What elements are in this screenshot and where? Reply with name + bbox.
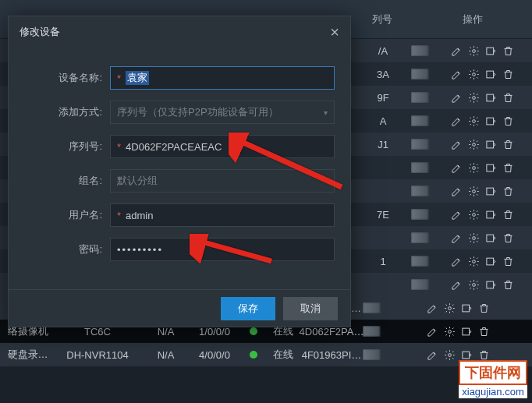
gear-icon[interactable]: [468, 232, 480, 244]
gear-icon[interactable]: [444, 326, 456, 338]
delete-icon[interactable]: [502, 115, 514, 127]
export-icon[interactable]: [485, 92, 497, 104]
svg-rect-7: [487, 118, 494, 125]
delete-icon[interactable]: [478, 302, 490, 314]
label-device-name: 设备名称:: [16, 71, 110, 85]
cell-serial: 1: [355, 256, 411, 267]
blurred-text: [363, 349, 380, 360]
blurred-text: [411, 232, 428, 243]
svg-point-6: [473, 119, 476, 122]
cell-model: DH-NVR1104: [51, 349, 144, 361]
gear-icon[interactable]: [468, 139, 480, 150]
edit-icon[interactable]: [451, 139, 463, 150]
delete-icon[interactable]: [502, 139, 514, 150]
delete-icon[interactable]: [502, 162, 514, 174]
blurred-text: [411, 162, 428, 173]
export-icon[interactable]: [485, 232, 497, 244]
edit-icon[interactable]: [451, 162, 463, 174]
gear-icon[interactable]: [468, 69, 480, 80]
cell-serial: 4F01963PI…: [300, 349, 363, 361]
svg-point-8: [473, 143, 476, 146]
add-method-select[interactable]: 序列号（仅支持P2P功能设备可用）▾: [110, 101, 335, 124]
delete-icon[interactable]: [502, 186, 514, 197]
svg-point-0: [473, 49, 476, 52]
table-row[interactable]: 硬盘录…DH-NVR1104N/A4/0/0/0在线4F01963PI…: [0, 343, 532, 366]
label-pwd: 密码:: [16, 242, 110, 256]
edit-device-dialog: 修改设备 × 设备名称: *袁家 添加方式: 序列号（仅支持P2P功能设备可用）…: [8, 16, 351, 327]
edit-icon[interactable]: [451, 232, 463, 244]
watermark: 下固件网 xiagujian.com: [459, 360, 527, 398]
username-input[interactable]: *admin: [110, 203, 335, 227]
export-icon[interactable]: [461, 326, 473, 338]
edit-icon[interactable]: [451, 69, 463, 80]
export-icon[interactable]: [485, 162, 497, 174]
edit-icon[interactable]: [451, 256, 463, 267]
svg-point-16: [473, 236, 476, 239]
edit-icon[interactable]: [427, 302, 438, 314]
status-dot: [250, 327, 257, 335]
export-icon[interactable]: [485, 279, 497, 291]
device-name-input[interactable]: *袁家: [110, 66, 335, 90]
edit-icon[interactable]: [451, 279, 463, 291]
gear-icon[interactable]: [444, 302, 456, 314]
cell-na: N/A: [144, 349, 187, 361]
gear-icon[interactable]: [468, 162, 480, 174]
gear-icon[interactable]: [468, 279, 480, 291]
dialog-titlebar: 修改设备 ×: [9, 16, 350, 48]
delete-icon[interactable]: [502, 279, 514, 291]
cell-status: 在线: [265, 348, 300, 362]
export-icon[interactable]: [485, 115, 497, 127]
group-field: 默认分组: [110, 169, 335, 193]
delete-icon[interactable]: [502, 69, 514, 80]
gear-icon[interactable]: [468, 186, 480, 197]
edit-icon[interactable]: [451, 186, 463, 197]
export-icon[interactable]: [485, 45, 497, 57]
delete-icon[interactable]: [478, 349, 490, 361]
export-icon[interactable]: [485, 256, 497, 267]
cell-serial: J1: [355, 139, 411, 150]
cell-serial: 3A: [355, 69, 411, 80]
blurred-text: [363, 302, 380, 313]
cell-serial: 9F: [355, 92, 411, 104]
serial-input[interactable]: *4D062F2PACEAEAC: [110, 135, 335, 158]
edit-icon[interactable]: [427, 349, 438, 361]
edit-icon[interactable]: [451, 45, 463, 57]
edit-icon[interactable]: [451, 115, 463, 127]
gear-icon[interactable]: [468, 92, 480, 104]
gear-icon[interactable]: [468, 45, 480, 57]
save-button[interactable]: 保存: [221, 297, 275, 320]
delete-icon[interactable]: [502, 45, 514, 57]
delete-icon[interactable]: [478, 326, 490, 338]
delete-icon[interactable]: [502, 92, 514, 104]
svg-point-4: [473, 96, 476, 99]
svg-point-22: [449, 306, 452, 309]
watermark-url: xiagujian.com: [459, 385, 527, 398]
cell-serial: 7E: [355, 209, 411, 221]
edit-icon[interactable]: [451, 92, 463, 104]
blurred-text: [411, 115, 428, 126]
chevron-down-icon: ▾: [324, 108, 328, 117]
export-icon[interactable]: [461, 302, 473, 314]
delete-icon[interactable]: [502, 256, 514, 267]
export-icon[interactable]: [485, 69, 497, 80]
delete-icon[interactable]: [502, 232, 514, 244]
password-input[interactable]: •••••••••: [110, 238, 335, 261]
gear-icon[interactable]: [468, 209, 480, 221]
export-icon[interactable]: [485, 139, 497, 150]
delete-icon[interactable]: [502, 209, 514, 221]
svg-point-26: [449, 353, 452, 356]
edit-icon[interactable]: [451, 209, 463, 221]
gear-icon[interactable]: [468, 115, 480, 127]
close-icon[interactable]: ×: [330, 24, 339, 40]
edit-icon[interactable]: [427, 326, 438, 338]
blurred-text: [363, 326, 380, 337]
svg-rect-19: [487, 258, 494, 265]
cancel-button[interactable]: 取消: [283, 297, 338, 320]
export-icon[interactable]: [485, 186, 497, 197]
blurred-text: [411, 186, 428, 196]
svg-rect-3: [487, 71, 494, 78]
gear-icon[interactable]: [468, 256, 480, 267]
gear-icon[interactable]: [444, 349, 456, 361]
export-icon[interactable]: [485, 209, 497, 221]
export-icon[interactable]: [461, 349, 473, 361]
